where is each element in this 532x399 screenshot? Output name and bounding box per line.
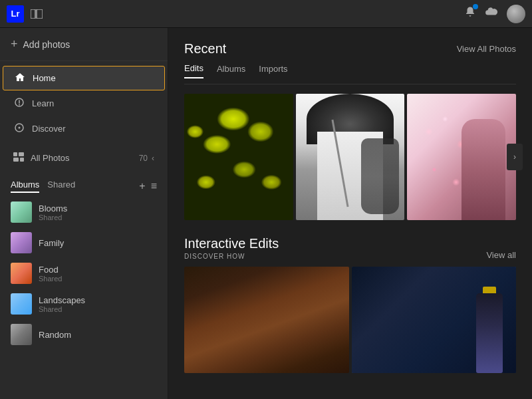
album-sub-food: Shared (39, 275, 62, 283)
album-name-family: Family (39, 238, 64, 248)
main-content: Recent View All Photos Edits Albums Impo… (168, 28, 532, 399)
avatar[interactable] (507, 5, 525, 23)
add-photos-button[interactable]: + Add photos (0, 28, 168, 61)
interactive-title-group: Interactive Edits DISCOVER HOW (184, 236, 279, 260)
album-thumb-blooms (11, 201, 32, 223)
bottle-body (476, 293, 503, 373)
tab-imports[interactable]: Imports (259, 64, 287, 78)
interactive-grid (184, 267, 516, 373)
list-item[interactable]: Random (0, 319, 168, 350)
list-item[interactable]: Landscapes Shared (0, 289, 168, 319)
svg-rect-7 (13, 158, 19, 162)
add-photos-label: Add photos (23, 39, 70, 50)
discover-icon (13, 122, 25, 135)
home-icon (14, 72, 26, 84)
album-name-blooms: Blooms (39, 203, 67, 213)
all-photos-right: 70 ‹ (139, 154, 154, 163)
cloud-icon[interactable] (484, 7, 499, 21)
header-left: Lr (7, 5, 44, 23)
learn-icon (13, 97, 25, 110)
recent-title: Recent (184, 41, 226, 57)
album-info-landscapes: Landscapes Shared (39, 295, 85, 313)
svg-point-4 (19, 127, 21, 129)
sidebar: + Add photos Home Lear (0, 28, 168, 399)
all-photos-left: All Photos (13, 152, 70, 164)
album-info-food: Food Shared (39, 265, 62, 283)
sidebar-item-home[interactable]: Home (3, 66, 165, 90)
panels-icon[interactable] (29, 7, 44, 21)
album-thumb-food (11, 263, 32, 284)
album-info-family: Family (39, 238, 64, 248)
app-body: + Add photos Home Lear (0, 28, 532, 399)
album-thumb-landscapes (11, 293, 32, 315)
albums-actions: + ≡ (139, 180, 157, 192)
album-name-random: Random (39, 330, 71, 340)
album-thumb-random (11, 324, 32, 345)
album-thumb-family (11, 232, 32, 253)
sidebar-home-label: Home (33, 73, 56, 83)
add-album-icon[interactable]: + (139, 180, 145, 192)
svg-rect-6 (19, 152, 24, 156)
lr-logo: Lr (7, 5, 24, 23)
sidebar-item-learn[interactable]: Learn (3, 91, 165, 116)
album-sub-landscapes: Shared (39, 305, 85, 313)
list-item[interactable]: Food Shared (0, 258, 168, 289)
tab-albums[interactable]: Albums (11, 180, 39, 193)
album-info-random: Random (39, 330, 71, 340)
photo-cell-leaves[interactable] (184, 94, 293, 220)
albums-list: Blooms Shared Family Food Shared (0, 197, 168, 350)
all-photos-count: 70 (139, 154, 148, 163)
collapse-chevron-icon: ‹ (152, 154, 154, 163)
bell-badge (473, 4, 478, 9)
tab-shared[interactable]: Shared (47, 180, 75, 193)
app-header: Lr (0, 0, 532, 28)
svg-rect-0 (31, 9, 35, 19)
svg-rect-5 (13, 152, 17, 156)
plus-icon: + (11, 37, 18, 51)
album-name-food: Food (39, 265, 62, 275)
interactive-edits-title: Interactive Edits (184, 236, 279, 251)
list-item[interactable]: Family (0, 227, 168, 258)
recent-section-header: Recent View All Photos (184, 41, 516, 57)
interactive-edits-header: Interactive Edits DISCOVER HOW View all (184, 236, 516, 260)
recent-tabs: Edits Albums Imports (184, 63, 516, 84)
sidebar-learn-label: Learn (32, 98, 54, 108)
album-info-blooms: Blooms Shared (39, 203, 67, 221)
sidebar-all-photos[interactable]: All Photos 70 ‹ (3, 146, 165, 170)
view-all-interactive-link[interactable]: View all (486, 250, 516, 260)
list-item[interactable]: Blooms Shared (0, 197, 168, 227)
photo-nav-right[interactable]: › (507, 144, 523, 170)
svg-rect-8 (20, 158, 24, 162)
sidebar-nav: Home Learn Discover (0, 61, 168, 146)
albums-tabs: Albums Shared (11, 180, 75, 193)
photo-cell-cherry[interactable] (407, 94, 516, 220)
photo-cell-violin[interactable] (296, 94, 405, 220)
sidebar-item-discover[interactable]: Discover (3, 116, 165, 141)
interactive-cell-bottle[interactable] (352, 267, 517, 373)
header-right (464, 5, 525, 23)
interactive-cell-hair[interactable] (184, 267, 349, 373)
albums-header: Albums Shared + ≡ (0, 173, 168, 197)
interactive-edits-section: Interactive Edits DISCOVER HOW View all (184, 236, 516, 373)
tab-albums[interactable]: Albums (217, 64, 245, 78)
all-photos-icon (13, 152, 24, 164)
sidebar-discover-label: Discover (32, 124, 66, 134)
svg-rect-1 (37, 9, 43, 19)
tab-edits[interactable]: Edits (184, 63, 203, 78)
discover-how-label: DISCOVER HOW (184, 253, 279, 260)
view-all-photos-link[interactable]: View All Photos (457, 44, 516, 54)
sort-albums-icon[interactable]: ≡ (151, 180, 157, 192)
album-sub-blooms: Shared (39, 213, 67, 221)
bell-icon[interactable] (464, 6, 476, 21)
photo-grid: › (184, 94, 516, 220)
album-name-landscapes: Landscapes (39, 295, 85, 305)
all-photos-label: All Photos (31, 153, 70, 163)
